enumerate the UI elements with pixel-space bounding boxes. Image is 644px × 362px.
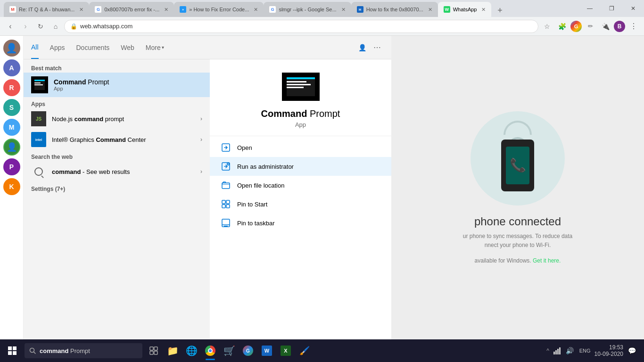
best-match-label: Best match xyxy=(24,63,210,73)
tab-gmail[interactable]: M Re: IT Q & A - bhuwan... ✕ xyxy=(4,2,89,17)
tab-all[interactable]: All xyxy=(31,36,39,59)
tray-datetime[interactable]: 19:53 10-09-2020 xyxy=(594,344,623,357)
taskbar-app-word[interactable]: W xyxy=(257,340,276,361)
tab-more[interactable]: More ▾ xyxy=(146,36,164,59)
tab-label-howtofix: How to fix the 0x80070... xyxy=(366,7,423,12)
system-tray: ^ 🔊 ENG 19:53 10-09-2020 💬 xyxy=(546,340,642,361)
avatar-1: 👤 xyxy=(3,40,20,57)
wa-get-here-link[interactable]: Get it here. xyxy=(533,257,561,264)
tray-volume[interactable]: 🔊 xyxy=(564,340,576,361)
start-menu-panel: All Apps Documents Web More ▾ 👤 ⋯ Best m… xyxy=(24,36,391,339)
start-button[interactable] xyxy=(2,340,23,361)
taskbar-search-box[interactable]: command Prompt xyxy=(25,343,142,358)
tab-whatsapp[interactable]: W WhatsApp ✕ xyxy=(438,2,492,17)
minimize-button[interactable]: — xyxy=(579,0,601,17)
forward-button[interactable]: › xyxy=(19,20,32,33)
tray-network[interactable] xyxy=(551,340,562,361)
action-run-admin[interactable]: Run as administrator xyxy=(210,157,391,176)
tab-howto[interactable]: » » How to Fix Error Code... ✕ xyxy=(174,2,264,17)
intel-icon: intel xyxy=(31,132,46,147)
pin-start-label: Pin to Start xyxy=(237,201,267,208)
svg-rect-20 xyxy=(555,350,557,354)
tab-close-whatsapp[interactable]: ✕ xyxy=(481,7,486,13)
avatar-8: K xyxy=(3,178,20,195)
avatar-6: 👤 xyxy=(3,139,20,156)
close-button[interactable]: ✕ xyxy=(622,0,644,17)
detail-title: Command Prompt xyxy=(261,108,340,119)
tab-bar: M Re: IT Q & A - bhuwan... ✕ G 0x8007007… xyxy=(0,0,644,17)
best-match-item[interactable]: Command Prompt App xyxy=(24,73,210,97)
reload-button[interactable]: ↻ xyxy=(34,20,47,33)
taskbar-app-gimp[interactable]: G xyxy=(239,340,257,361)
tab-label-googlefix: 0x8007007b error fix -... xyxy=(104,7,159,12)
search-web-label: Search the web xyxy=(24,150,210,161)
svg-rect-21 xyxy=(557,349,559,354)
action-pin-taskbar[interactable]: Pin to taskbar xyxy=(210,214,391,232)
address-bar: ‹ › ↻ ⌂ 🔒 web.whatsapp.com ☆ 🧩 G ✏ 🔌 B ⋮ xyxy=(0,17,644,36)
puzzle-button[interactable]: 🔌 xyxy=(599,20,612,33)
wa-phone-graphic: 📞 xyxy=(471,111,565,206)
avatar-4: S xyxy=(3,99,20,116)
tab-google-fix[interactable]: G 0x8007007b error fix -... ✕ xyxy=(89,2,174,17)
taskbar-app-file-explorer[interactable]: 📁 xyxy=(163,340,182,361)
avatar-3: R xyxy=(3,79,20,96)
menu-button[interactable]: ⋮ xyxy=(627,20,640,33)
nodejs-result-item[interactable]: JS Node.js command prompt › xyxy=(24,108,210,129)
url-input[interactable]: 🔒 web.whatsapp.com xyxy=(64,20,538,33)
tab-close-gmail[interactable]: ✕ xyxy=(79,7,83,13)
avatar-5: M xyxy=(3,119,20,136)
maximize-button[interactable]: ❐ xyxy=(601,0,622,17)
results-pane: Best match Command Prompt xyxy=(24,59,210,339)
notification-button[interactable]: 💬 xyxy=(625,340,638,361)
nodejs-text: Node.js command prompt xyxy=(52,115,195,123)
svg-rect-10 xyxy=(8,346,12,350)
intel-text: Intel® Graphics Command Center xyxy=(52,136,195,143)
pin-start-icon xyxy=(221,199,231,209)
taskbar-app-excel[interactable]: X xyxy=(276,340,295,361)
taskbar-app-paint[interactable]: 🖌️ xyxy=(295,340,314,361)
svg-rect-22 xyxy=(559,347,561,354)
home-button[interactable]: ⌂ xyxy=(49,20,62,33)
taskbar-app-store[interactable]: 🛒 xyxy=(220,340,239,361)
action-open[interactable]: Open xyxy=(210,138,391,157)
pen-button[interactable]: ✏ xyxy=(584,20,597,33)
tray-date: 10-09-2020 xyxy=(594,351,623,357)
action-open-file-location[interactable]: Open file location xyxy=(210,176,391,195)
tab-howtofix[interactable]: H How to fix the 0x80070... ✕ xyxy=(351,2,438,17)
tab-close-howtofix[interactable]: ✕ xyxy=(428,7,432,13)
search-web-text: command - See web results xyxy=(52,168,195,175)
tab-apps[interactable]: Apps xyxy=(50,36,65,59)
new-tab-button[interactable]: + xyxy=(493,4,506,17)
tab-documents[interactable]: Documents xyxy=(76,36,109,59)
search-more-icon[interactable]: ⋯ xyxy=(371,41,384,54)
tray-chevron[interactable]: ^ xyxy=(546,347,549,354)
tab-close-googlefix[interactable]: ✕ xyxy=(164,7,168,13)
svg-rect-8 xyxy=(222,219,230,227)
nodejs-arrow: › xyxy=(200,115,202,122)
tab-close-howto[interactable]: ✕ xyxy=(254,7,258,13)
action-pin-start[interactable]: Pin to Start xyxy=(210,195,391,214)
open-file-location-icon xyxy=(221,181,231,190)
wa-windows-line: available for Windows. Get it here. xyxy=(475,257,561,264)
search-options-icon[interactable]: 👤 xyxy=(355,41,369,54)
profile-avatar[interactable]: B xyxy=(614,21,625,32)
taskbar-app-edge[interactable]: 🌐 xyxy=(182,340,201,361)
intel-result-item[interactable]: intel Intel® Graphics Command Center › xyxy=(24,129,210,150)
taskbar-app-chrome[interactable] xyxy=(201,340,220,361)
open-icon xyxy=(221,143,231,152)
back-button[interactable]: ‹ xyxy=(4,20,17,33)
svg-rect-3 xyxy=(222,183,230,189)
svg-rect-16 xyxy=(154,347,157,350)
lock-icon: 🔒 xyxy=(70,23,77,30)
tab-web[interactable]: Web xyxy=(121,36,134,59)
task-view-button[interactable] xyxy=(144,340,163,361)
best-match-subtitle: App xyxy=(54,86,202,91)
bookmark-button[interactable]: ☆ xyxy=(540,20,553,33)
extensions-button[interactable]: 🧩 xyxy=(555,20,569,33)
nodejs-icon: JS xyxy=(31,111,46,126)
search-web-item[interactable]: command - See web results › xyxy=(24,161,210,182)
svg-rect-18 xyxy=(154,351,157,354)
tab-close-slmgr[interactable]: ✕ xyxy=(341,7,346,13)
tab-label-gmail: Re: IT Q & A - bhuwan... xyxy=(19,7,74,12)
tab-slmgr[interactable]: G slmgr --ipk - Google Se... ✕ xyxy=(264,2,351,17)
